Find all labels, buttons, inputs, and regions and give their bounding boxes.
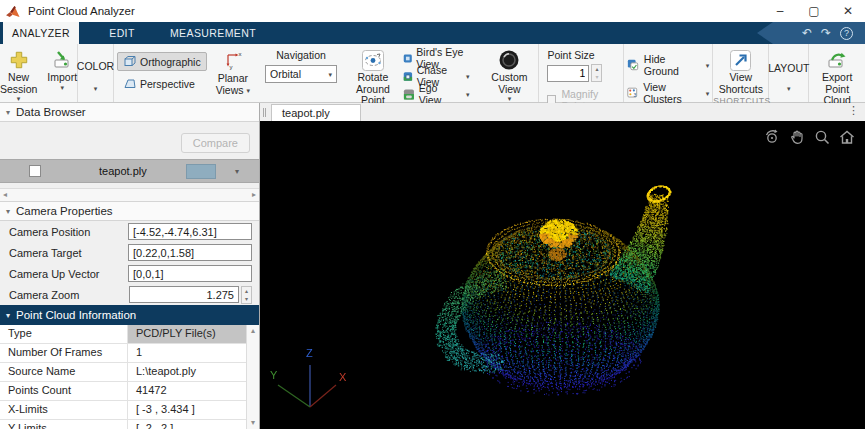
point-cloud-viewport[interactable]: Z Y X (260, 121, 865, 429)
camera-properties-body: Camera Position Camera Target Camera Up … (0, 221, 259, 305)
navigation-select[interactable]: Orbital ▾ (265, 65, 337, 83)
export-point-cloud-button[interactable]: Export Point Cloud (812, 47, 862, 108)
view-shortcuts-label: View Shortcuts (719, 72, 763, 95)
point-size-input[interactable] (547, 65, 589, 82)
pan-hand-icon[interactable] (788, 128, 806, 146)
document-tab-teapot[interactable]: teapot.ply (271, 104, 361, 121)
chase-view-caret-icon: ▾ (466, 73, 470, 80)
redo-icon[interactable]: ↷ (821, 27, 831, 39)
new-session-label: New Session (0, 72, 37, 95)
camera-target-input[interactable] (128, 244, 252, 261)
info-value[interactable]: 41472 (128, 382, 246, 400)
birds-eye-view-icon (403, 52, 413, 65)
ego-view-button[interactable]: Ego View ▾ (403, 86, 470, 102)
item-color-caret-icon[interactable]: ▾ (235, 167, 239, 176)
tab-options-kebab-icon[interactable]: ⋮ (848, 104, 859, 117)
rotate-3d-icon[interactable] (763, 128, 781, 146)
layout-caret-icon: ▾ (787, 85, 791, 92)
svg-text:y: y (229, 64, 232, 70)
data-browser-title: Data Browser (16, 106, 86, 118)
collapse-caret-icon[interactable]: ▾ (6, 108, 10, 117)
stepper-down-icon[interactable]: ▾ (592, 73, 601, 81)
vertical-scrollbar[interactable]: ▴ ▾ (246, 325, 259, 429)
home-icon[interactable] (838, 128, 856, 146)
perspective-toggle[interactable]: Perspective (117, 74, 207, 93)
stepper-up-icon[interactable]: ▴ (242, 287, 251, 295)
layout-label: LAYOUT (768, 63, 809, 75)
point-cloud-list-item[interactable]: teapot.ply ▾ (0, 159, 259, 183)
close-button[interactable]: ✕ (831, 0, 865, 22)
section-size: Point Size ▴ ▾ Magnify Points SIZE (539, 44, 623, 102)
view-shortcuts-button[interactable]: View Shortcuts (716, 47, 766, 96)
stepper-up-icon[interactable]: ▴ (592, 65, 601, 73)
horizontal-scrollbar[interactable]: ◂ ▸ (0, 188, 259, 201)
scroll-up-icon[interactable]: ▴ (251, 327, 255, 335)
custom-view-button[interactable]: Custom View ▾ (483, 47, 535, 103)
info-label: Type (0, 325, 128, 343)
camera-properties-header[interactable]: ▾ Camera Properties (0, 202, 259, 221)
tab-analyzer[interactable]: ANALYZER (3, 22, 79, 44)
camera-up-vector-input[interactable] (128, 265, 252, 282)
section-segment: Hide Ground ▾ 3 View Clusters ▾ SEGMENT (624, 44, 713, 102)
rotate-around-point-button[interactable]: Rotate Around Point (349, 47, 397, 108)
camera-zoom-input[interactable] (129, 286, 239, 303)
maximize-button[interactable]: ▢ (797, 0, 831, 22)
new-session-button[interactable]: New Session ▾ (0, 47, 40, 103)
scroll-right-icon[interactable]: ▸ (252, 191, 256, 199)
hide-ground-caret-icon: ▾ (706, 62, 710, 69)
point-cloud-info-table: Type PCD/PLY File(s) Number Of Frames 1 … (0, 325, 259, 429)
layout-button[interactable]: LAYOUT ▾ (765, 47, 812, 93)
hide-ground-button[interactable]: Hide Ground ▾ (627, 53, 709, 77)
planar-views-button[interactable]: x y Planar Views ▾ (213, 47, 253, 97)
section-shortcuts: View Shortcuts SHORTCUTS (713, 44, 769, 102)
undo-icon[interactable]: ↶ (802, 27, 812, 39)
item-color-swatch[interactable] (186, 164, 216, 179)
info-label: Points Count (0, 382, 128, 400)
point-size-stepper[interactable]: ▴ ▾ (591, 64, 602, 82)
item-checkbox[interactable] (29, 165, 41, 177)
info-value[interactable]: L:\teapot.ply (128, 363, 246, 381)
viewport-toolbar (763, 128, 856, 146)
section-export: Export Point Cloud EXPORT (809, 44, 865, 102)
navigation-label: Navigation (276, 49, 326, 61)
tab-measurement[interactable]: MEASUREMENT (165, 22, 261, 44)
section-file: New Session ▾ Import ▾ FILE (0, 44, 78, 102)
rotate-around-point-label: Rotate Around Point (352, 72, 394, 107)
info-value[interactable]: [ -3 , 3.434 ] (128, 401, 246, 419)
table-row: Source Name L:\teapot.ply (0, 363, 246, 382)
view-clusters-button[interactable]: 3 View Clusters ▾ (627, 81, 709, 105)
color-caret-icon: ▾ (94, 85, 98, 92)
tab-grip[interactable] (263, 108, 266, 117)
orthographic-toggle[interactable]: Orthographic (117, 52, 207, 71)
left-panel: ▾ Data Browser Compare teapot.ply ▾ ◂ ▸ … (0, 103, 260, 429)
zoom-magnifier-icon[interactable] (813, 128, 831, 146)
camera-position-input[interactable] (128, 223, 252, 240)
info-value[interactable]: 1 (128, 344, 246, 362)
color-button[interactable]: COLOR ▾ (74, 47, 117, 93)
collapse-caret-icon[interactable]: ▾ (6, 311, 10, 320)
scroll-left-icon[interactable]: ◂ (3, 191, 7, 199)
import-label: Import (47, 72, 77, 84)
tab-edit[interactable]: EDIT (79, 22, 165, 44)
planar-views-icon: x y (223, 49, 243, 73)
perspective-label: Perspective (140, 78, 195, 90)
hide-ground-label: Hide Ground (644, 53, 695, 77)
data-browser-header[interactable]: ▾ Data Browser (0, 103, 259, 122)
stepper-down-icon[interactable]: ▾ (242, 295, 251, 303)
point-cloud-info-header[interactable]: ▾ Point Cloud Information (0, 305, 259, 325)
info-value[interactable]: PCD/PLY File(s) (128, 325, 246, 343)
table-row: Y-Limits [ -2 , 2 ] (0, 420, 246, 429)
info-value[interactable]: [ -2 , 2 ] (128, 420, 246, 429)
hide-ground-icon (627, 58, 639, 72)
camera-zoom-label: Camera Zoom (9, 289, 129, 301)
compare-button[interactable]: Compare (181, 133, 250, 153)
table-row: Type PCD/PLY File(s) (0, 325, 246, 344)
view-clusters-label: View Clusters (643, 81, 695, 105)
scroll-down-icon[interactable]: ▾ (251, 419, 255, 427)
camera-zoom-stepper[interactable]: ▴ ▾ (241, 286, 252, 304)
collapse-caret-icon[interactable]: ▾ (6, 207, 10, 216)
info-label: X-Limits (0, 401, 128, 419)
help-icon[interactable]: ? (840, 27, 853, 40)
minimize-button[interactable]: – (763, 0, 797, 22)
titlebar: Point Cloud Analyzer – ▢ ✕ (0, 0, 865, 22)
